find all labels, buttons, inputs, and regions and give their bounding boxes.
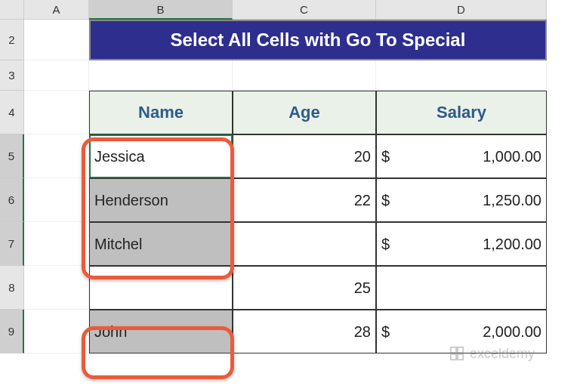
salary-value: 1,000.00 — [483, 148, 541, 165]
cell-a9[interactable] — [24, 310, 89, 353]
svg-rect-2 — [451, 354, 456, 360]
col-header-a[interactable]: A — [24, 0, 89, 20]
cell-a8[interactable] — [24, 266, 89, 310]
cell-d6[interactable]: $ 1,250.00 — [376, 178, 547, 222]
row-7: 7 Mitchel $ 1,200.00 — [0, 222, 580, 266]
header-age[interactable]: Age — [233, 91, 376, 134]
currency-symbol: $ — [381, 192, 390, 209]
header-salary[interactable]: Salary — [376, 91, 547, 134]
cell-c6[interactable]: 22 — [233, 178, 376, 222]
col-header-b[interactable]: B — [89, 0, 233, 20]
column-headers: A B C D — [0, 0, 580, 20]
cell-b9[interactable]: John — [89, 310, 233, 353]
cell-a4[interactable] — [24, 91, 89, 134]
row-8: 8 25 — [0, 266, 580, 310]
watermark-text: exceldemy — [470, 346, 535, 362]
currency-symbol: $ — [381, 236, 390, 253]
row-header-2[interactable]: 2 — [0, 20, 24, 60]
row-5: 5 Jessica 20 $ 1,000.00 — [0, 134, 580, 178]
svg-rect-0 — [451, 347, 456, 353]
cell-b8[interactable] — [89, 266, 233, 310]
watermark: exceldemy — [449, 345, 535, 362]
cell-c8[interactable]: 25 — [233, 266, 376, 310]
salary-value: 2,000.00 — [483, 323, 541, 341]
cell-b7[interactable]: Mitchel — [89, 222, 233, 266]
currency-symbol: $ — [381, 323, 390, 341]
spreadsheet-area: A B C D 2 Select All Cells with Go To Sp… — [0, 0, 580, 392]
row-header-5[interactable]: 5 — [0, 134, 24, 178]
header-name[interactable]: Name — [89, 91, 233, 134]
cell-a3[interactable] — [24, 60, 89, 91]
row-header-6[interactable]: 6 — [0, 178, 24, 222]
row-4: 4 Name Age Salary — [0, 91, 580, 134]
row-header-8[interactable]: 8 — [0, 266, 24, 310]
col-header-d[interactable]: D — [376, 0, 547, 20]
svg-rect-1 — [458, 347, 463, 353]
col-header-c[interactable]: C — [233, 0, 376, 20]
exceldemy-icon — [449, 345, 465, 362]
row-6: 6 Henderson 22 $ 1,250.00 — [0, 178, 580, 222]
cell-c3[interactable] — [233, 60, 376, 91]
cell-b3[interactable] — [89, 60, 233, 91]
cell-d3[interactable] — [376, 60, 547, 91]
salary-value: 1,200.00 — [483, 236, 541, 253]
row-3: 3 — [0, 60, 580, 91]
row-header-9[interactable]: 9 — [0, 310, 24, 353]
cell-b6[interactable]: Henderson — [89, 178, 233, 222]
cell-c5[interactable]: 20 — [233, 134, 376, 178]
cell-c9[interactable]: 28 — [233, 310, 376, 353]
cell-a6[interactable] — [24, 178, 89, 222]
salary-value: 1,250.00 — [483, 192, 541, 209]
currency-symbol: $ — [381, 148, 390, 165]
row-2: 2 Select All Cells with Go To Special — [0, 20, 580, 60]
cell-a7[interactable] — [24, 222, 89, 266]
select-all-corner[interactable] — [0, 0, 24, 20]
cell-c7[interactable] — [233, 222, 376, 266]
row-header-4[interactable]: 4 — [0, 91, 24, 134]
cell-d7[interactable]: $ 1,200.00 — [376, 222, 547, 266]
cell-a2[interactable] — [24, 20, 89, 60]
cell-d5[interactable]: $ 1,000.00 — [376, 134, 547, 178]
row-header-3[interactable]: 3 — [0, 60, 24, 91]
cell-b5[interactable]: Jessica — [89, 134, 233, 178]
svg-rect-3 — [458, 354, 463, 360]
title-cell[interactable]: Select All Cells with Go To Special — [89, 20, 547, 60]
cell-a5[interactable] — [24, 134, 89, 178]
cell-d8[interactable] — [376, 266, 547, 310]
row-header-7[interactable]: 7 — [0, 222, 24, 266]
